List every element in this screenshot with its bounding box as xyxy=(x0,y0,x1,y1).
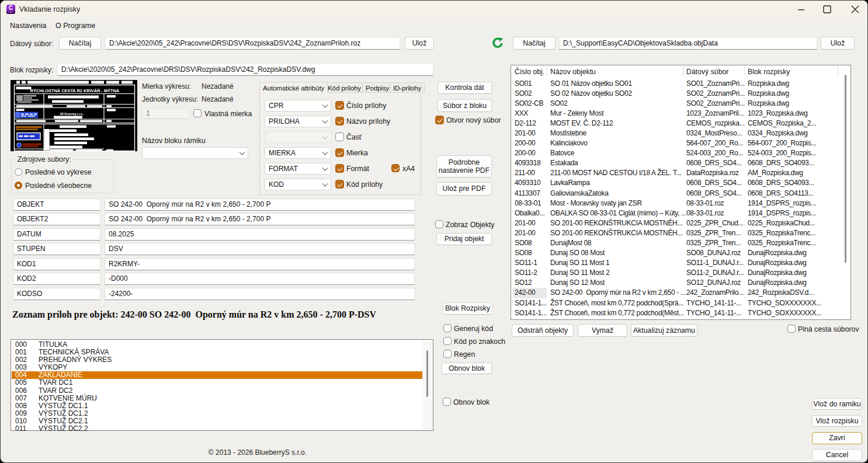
attribute-combo[interactable]: CPR xyxy=(265,100,331,112)
field-value-input[interactable]: SO 242-00 Oporný múr na R2 v km 2,650 - … xyxy=(105,213,415,225)
obnov-blok-checkbox[interactable] xyxy=(443,398,451,406)
attribute-combo[interactable]: PRILOHA xyxy=(265,116,331,127)
podrobne-nastavenie-pdf-button[interactable]: Podrobne nastavenie PDF xyxy=(436,155,492,177)
tab-podpisy[interactable]: Podpisy xyxy=(362,82,393,93)
plna-cesta-suborov-checkbox[interactable] xyxy=(787,325,796,333)
list-scrollbar-thumb[interactable] xyxy=(426,350,428,397)
table-row[interactable]: 200-00Kalinciakovo564-007_200_Ro...564-0… xyxy=(511,138,838,148)
tab-kod-prilohy[interactable]: Kód prílohy xyxy=(324,82,364,93)
attribute-combo[interactable]: MIERKA xyxy=(265,147,331,159)
list-item[interactable]: 004ZAKLADANIE xyxy=(12,371,423,379)
generuj-kod-checkbox[interactable] xyxy=(443,324,452,332)
kontrola-dat-button[interactable]: Kontrola dát xyxy=(438,82,492,94)
close-icon[interactable] xyxy=(848,1,863,18)
field-value-input[interactable]: 08.2025 xyxy=(105,228,415,241)
field-name-box[interactable]: KOD1 xyxy=(13,258,100,270)
obnov-blok-button[interactable]: Obnov blok xyxy=(442,363,492,374)
uloz-left-button[interactable]: Ulož xyxy=(405,37,434,50)
table-row[interactable]: SO141-1...ŽST Choceň, most km 0,772 podc… xyxy=(511,298,838,308)
uloz-pre-pdf-button[interactable]: Ulož pre PDF xyxy=(436,182,492,196)
regen-checkbox[interactable] xyxy=(443,350,452,358)
field-name-box[interactable]: KOD2 xyxy=(13,273,100,285)
table-row[interactable]: 4113307GaliovianskaZatoka0608_DRS_SO4...… xyxy=(511,189,838,199)
uloz-right-button[interactable]: Ulož xyxy=(821,37,855,50)
field-name-box[interactable]: OBJEKT xyxy=(13,199,100,211)
table-row[interactable]: 4093318Estakada0608_DRS_SO4...0608_DRS_S… xyxy=(511,158,838,168)
table-row[interactable]: 211-00211-00 MOST NAD CESTOU I/18 A ŽEL.… xyxy=(511,168,838,178)
otvor-novy-subor-checkbox[interactable] xyxy=(435,116,444,124)
attribute-checkbox[interactable] xyxy=(335,133,344,141)
minimize-icon[interactable] xyxy=(795,1,808,18)
vloz-rozpisku-button[interactable]: Vlož rozpisku xyxy=(812,415,862,427)
table-row[interactable]: SO12Dunaj SO 12 MostSO12_DUNAJ.rozDunajR… xyxy=(511,278,838,288)
menu-nastavenia[interactable]: Nastavenia xyxy=(10,22,47,30)
table-row[interactable]: 08-33-01Most - Moravsky svaty jan ZSR08-… xyxy=(511,199,838,208)
cancel-button[interactable]: Cancel xyxy=(812,449,862,461)
list-scrollbar[interactable] xyxy=(422,340,432,430)
table-row[interactable]: 201-00SO 201-00 REKONŠTRUKCIA MOSTNÉH...… xyxy=(511,228,838,238)
field-name-box[interactable]: KODSO xyxy=(13,288,100,300)
vymaz-button[interactable]: Vymaž xyxy=(578,324,627,337)
attribute-combo[interactable]: KOD xyxy=(265,179,331,190)
table-row[interactable]: 200-00Batovce524-003_200_Ro...524-003_20… xyxy=(511,148,838,158)
table-row[interactable]: 242-00SO 242-00 Oporný múr na R2 v km 2,… xyxy=(511,288,838,298)
column-header-blok-rozpisky[interactable]: Blok rozpisky xyxy=(748,68,790,76)
field-value-input[interactable]: -D000 xyxy=(105,273,415,285)
list-item[interactable]: 005TVAR DC1 xyxy=(12,379,423,387)
tab-id-prilohy[interactable]: ID-prilohy xyxy=(390,82,425,93)
attribute-combo[interactable] xyxy=(265,131,331,143)
column-header-cislo-obj[interactable]: Číslo obj. xyxy=(515,68,544,76)
list-item[interactable]: 008VÝSTUŽ DC1.1 xyxy=(12,402,423,410)
attribute-combo[interactable]: FORMAT xyxy=(265,163,331,175)
attribute-checkbox[interactable] xyxy=(335,117,344,126)
menu-o-programe[interactable]: O Programe xyxy=(55,22,95,30)
column-header-nazov-objektu[interactable]: Názov objektu xyxy=(550,68,596,76)
nacitaj-right-button[interactable]: Načítaj xyxy=(513,37,555,50)
datovy-subor-input[interactable]: D:\Akcie\2020\05_242\Pracovne\DRS\DSV\Ro… xyxy=(105,37,400,50)
table-row[interactable]: SO11-2Dunaj SO 11 Most 2SO11-2_DUNAJ.r..… xyxy=(511,268,838,278)
objdata-input[interactable]: D:\_Support\EasyCAD\ObjektovaSkladba.obj… xyxy=(559,37,817,50)
blok-rozpisky-input[interactable]: D:\Akcie\2020\05_242\Pracovne\DRS\DSV\Ro… xyxy=(57,63,433,76)
table-scrollbar[interactable] xyxy=(840,66,849,319)
field-name-box[interactable]: OBJEKT2 xyxy=(13,213,100,225)
posledne-vseobecne-radio[interactable] xyxy=(15,182,22,189)
nacitaj-left-button[interactable]: Načítaj xyxy=(59,37,101,50)
list-item[interactable]: 007KOTVENIE MÚRU xyxy=(12,395,423,402)
kod-po-znakoch-checkbox[interactable] xyxy=(443,337,452,345)
objects-table[interactable]: Číslo obj. Názov objektu Dátový súbor Bl… xyxy=(511,65,851,320)
odstran-objekty-button[interactable]: Odstráň objekty xyxy=(512,324,574,337)
blok-rozpisky-button[interactable]: Blok Rozpisky xyxy=(443,302,492,315)
vloz-do-ramiku-button[interactable]: Vlož do ramiku xyxy=(812,398,862,410)
attribute-checkbox[interactable] xyxy=(335,180,344,189)
list-item[interactable]: 006TVAR DC2 xyxy=(12,387,423,395)
table-row[interactable]: SO08DunajMost 080325_ZPR_Tren...0325_Roz… xyxy=(511,238,838,248)
field-name-box[interactable]: DATUM xyxy=(13,228,100,241)
vlastna-mierka-checkbox[interactable] xyxy=(193,109,202,117)
table-row[interactable]: D2-112MOST EV. Č. D2-112CEMOS_rozpiska..… xyxy=(511,119,838,128)
pridaj-objekt-button[interactable]: Pridaj objekt xyxy=(436,233,492,245)
field-value-input[interactable]: DSV xyxy=(105,243,415,255)
table-row[interactable]: SO08Dunaj SO 08 MostSO08_DUNAJ.rozDunajR… xyxy=(511,248,838,258)
field-value-input[interactable]: SO 242-00 Oporný múr na R2 v km 2,650 - … xyxy=(105,199,415,211)
mierka-input[interactable]: 1 xyxy=(142,108,189,119)
table-scrollbar-thumb[interactable] xyxy=(845,75,846,263)
xa4-checkbox[interactable] xyxy=(391,164,400,172)
table-row[interactable]: SO141-1...ŽST Choceň, most km 0,772 podc… xyxy=(511,308,838,318)
list-item[interactable]: 011VÝSTUŽ DC2.2 xyxy=(12,425,423,433)
maximize-icon[interactable] xyxy=(820,1,834,18)
table-row[interactable]: SO01SO 01 Názov objetku SO01SO01_ZoznamP… xyxy=(511,79,838,89)
attribute-checkbox[interactable] xyxy=(335,148,344,157)
field-name-box[interactable]: STUPEN xyxy=(13,243,100,255)
tab-automaticke-attributy[interactable]: Automatické attribúty xyxy=(259,82,328,93)
column-header-datovy-subor[interactable]: Dátový súbor xyxy=(686,68,728,76)
posledne-vo-vykrese-radio[interactable] xyxy=(15,168,22,176)
nazov-bloku-ramiku-combo[interactable] xyxy=(142,147,248,159)
attachments-listbox[interactable]: 000TITULKA 001TECHNICKÁ SPRÁVA 002PREHĽA… xyxy=(11,339,433,431)
aktualizuj-zaznamu-button[interactable]: Aktualizuj záznamu xyxy=(631,324,697,337)
table-row[interactable]: Obalka0...OBALKA SO 08-33-01 Ciglát (mim… xyxy=(511,208,838,218)
table-row[interactable]: 4093310LavkaRampa0608_DRS_SO4...0608_DRS… xyxy=(511,178,838,188)
table-row[interactable]: 201-00MostIstebne0324_MostPreso...0324_R… xyxy=(511,128,838,138)
zavri-button[interactable]: Zavri xyxy=(812,432,862,444)
table-row[interactable]: SO02SO 02 Názov objetku SO02SO02_ZoznamP… xyxy=(511,89,838,99)
table-row[interactable]: XXXMur - Zeleny Most1023_ZoznamPril...10… xyxy=(511,109,838,119)
